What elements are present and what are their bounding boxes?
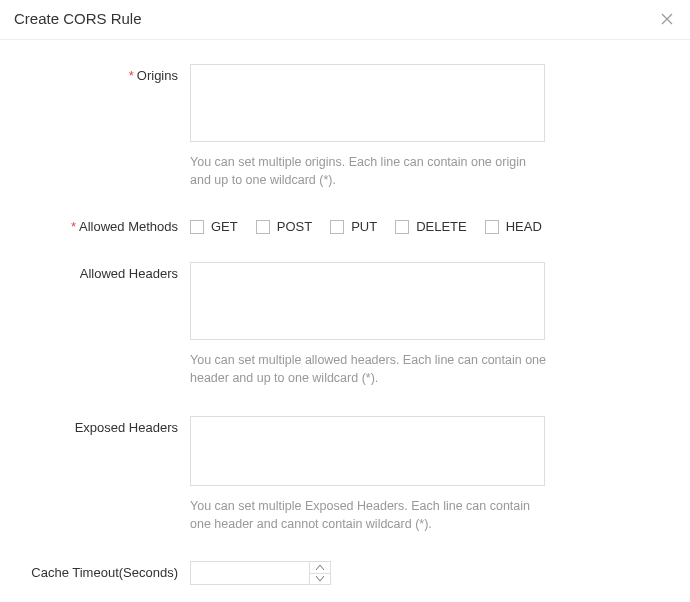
method-head-checkbox[interactable]: HEAD — [485, 219, 542, 234]
allowed-headers-hint: You can set multiple allowed headers. Ea… — [190, 351, 550, 387]
spinner-down-button[interactable] — [310, 573, 330, 584]
method-get-checkbox[interactable]: GET — [190, 219, 238, 234]
origins-row: *Origins You can set multiple origins. E… — [0, 64, 666, 207]
cache-timeout-label: Cache Timeout(Seconds) — [31, 565, 178, 580]
exposed-headers-label: Exposed Headers — [75, 420, 178, 435]
exposed-headers-input[interactable] — [190, 416, 545, 486]
allowed-headers-row: Allowed Headers You can set multiple all… — [0, 262, 666, 405]
checkbox-box — [190, 220, 204, 234]
required-marker: * — [71, 219, 76, 234]
spinner-up-button[interactable] — [310, 562, 330, 573]
allowed-methods-label-col: *Allowed Methods — [0, 217, 190, 252]
checkbox-box — [330, 220, 344, 234]
exposed-headers-label-col: Exposed Headers — [0, 416, 190, 551]
checkbox-box — [395, 220, 409, 234]
required-marker: * — [129, 68, 134, 83]
cache-timeout-spinner — [190, 561, 331, 585]
allowed-headers-label-col: Allowed Headers — [0, 262, 190, 405]
exposed-headers-hint: You can set multiple Exposed Headers. Ea… — [190, 497, 550, 533]
checkbox-label: HEAD — [506, 219, 542, 234]
origins-label: Origins — [137, 68, 178, 83]
cache-timeout-label-col: Cache Timeout(Seconds) — [0, 561, 190, 585]
cache-timeout-row: Cache Timeout(Seconds) — [0, 561, 666, 585]
origins-input[interactable] — [190, 64, 545, 142]
exposed-headers-field-col: You can set multiple Exposed Headers. Ea… — [190, 416, 550, 551]
allowed-methods-label: Allowed Methods — [79, 219, 178, 234]
allowed-methods-row: *Allowed Methods GET POST PUT — [0, 217, 666, 252]
exposed-headers-row: Exposed Headers You can set multiple Exp… — [0, 416, 666, 551]
dialog-title: Create CORS Rule — [14, 10, 142, 27]
origins-field-col: You can set multiple origins. Each line … — [190, 64, 550, 207]
cache-timeout-input[interactable] — [191, 562, 309, 584]
dialog-body: *Origins You can set multiple origins. E… — [0, 40, 690, 602]
method-delete-checkbox[interactable]: DELETE — [395, 219, 467, 234]
checkbox-label: DELETE — [416, 219, 467, 234]
allowed-headers-label: Allowed Headers — [80, 266, 178, 281]
allowed-methods-field-col: GET POST PUT DELETE — [190, 217, 550, 252]
checkbox-label: PUT — [351, 219, 377, 234]
cache-timeout-field-col — [190, 561, 550, 585]
close-icon[interactable] — [660, 12, 674, 26]
create-cors-rule-dialog: Create CORS Rule *Origins You can set mu… — [0, 0, 690, 602]
method-put-checkbox[interactable]: PUT — [330, 219, 377, 234]
dialog-header: Create CORS Rule — [0, 0, 690, 40]
checkbox-label: GET — [211, 219, 238, 234]
spinner-buttons — [309, 562, 330, 584]
method-post-checkbox[interactable]: POST — [256, 219, 312, 234]
allowed-methods-group: GET POST PUT DELETE — [190, 217, 550, 252]
allowed-headers-field-col: You can set multiple allowed headers. Ea… — [190, 262, 550, 405]
checkbox-box — [485, 220, 499, 234]
checkbox-box — [256, 220, 270, 234]
checkbox-label: POST — [277, 219, 312, 234]
allowed-headers-input[interactable] — [190, 262, 545, 340]
origins-hint: You can set multiple origins. Each line … — [190, 153, 550, 189]
origins-label-col: *Origins — [0, 64, 190, 207]
